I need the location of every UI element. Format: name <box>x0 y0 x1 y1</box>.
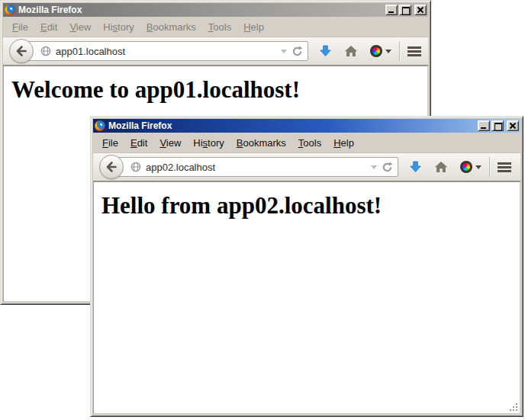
toolbar-separator <box>399 41 400 61</box>
window-controls <box>478 120 519 131</box>
colorzilla-icon <box>460 161 472 173</box>
url-input[interactable]: app01.localhost <box>56 46 276 57</box>
home-icon <box>344 45 358 57</box>
title-bar[interactable]: Mozilla Firefox <box>93 119 520 133</box>
menu-item-edit[interactable]: Edit <box>40 21 57 33</box>
page-heading: Hello from app02.localhost! <box>101 192 520 220</box>
open-menu-button[interactable] <box>407 46 421 56</box>
close-button[interactable] <box>414 5 427 15</box>
title-bar[interactable]: Mozilla Firefox <box>3 3 428 17</box>
download-button[interactable] <box>409 160 422 174</box>
url-input[interactable]: app02.localhost <box>146 162 366 173</box>
menu-item-file[interactable]: File <box>12 21 28 33</box>
reload-icon[interactable] <box>291 46 303 57</box>
home-icon <box>434 161 448 173</box>
globe-icon[interactable] <box>40 46 51 56</box>
back-button[interactable] <box>9 39 34 63</box>
menu-item-tools[interactable]: Tools <box>208 21 231 33</box>
firefox-logo-icon <box>95 120 105 131</box>
menu-item-file[interactable]: File <box>102 137 118 149</box>
menu-item-view[interactable]: View <box>69 21 91 33</box>
reload-icon[interactable] <box>382 162 393 173</box>
menu-item-view[interactable]: View <box>159 137 181 149</box>
colorzilla-icon <box>370 45 382 57</box>
open-menu-button[interactable] <box>498 162 511 172</box>
firefox-logo-icon <box>5 5 15 15</box>
hamburger-icon <box>498 162 511 172</box>
globe-icon[interactable] <box>130 162 141 172</box>
back-button[interactable] <box>99 155 124 179</box>
page-content: Hello from app02.localhost! <box>93 181 520 414</box>
colorzilla-button[interactable] <box>370 45 391 57</box>
arrow-left-icon <box>105 160 118 174</box>
navigation-toolbar: app01.localhost <box>3 37 428 66</box>
url-bar[interactable]: app01.localhost <box>21 41 308 61</box>
window-controls <box>385 5 427 15</box>
menu-item-edit[interactable]: Edit <box>130 137 147 149</box>
menu-item-bookmarks[interactable]: Bookmarks <box>237 137 286 149</box>
menu-item-bookmarks[interactable]: Bookmarks <box>147 21 196 33</box>
colorzilla-dropdown-icon[interactable] <box>475 165 482 169</box>
urlbar-dropdown-icon[interactable] <box>371 165 377 169</box>
resize-grip-icon[interactable] <box>507 401 517 411</box>
menu-item-help[interactable]: Help <box>333 137 354 149</box>
hamburger-icon <box>407 46 421 56</box>
download-arrow-icon <box>319 44 332 58</box>
page-heading: Welcome to app01.localhost! <box>11 76 427 104</box>
arrow-left-icon <box>14 44 28 58</box>
maximize-button[interactable] <box>399 5 411 15</box>
menu-bar: FileEditViewHistoryBookmarksToolsHelp <box>3 17 428 37</box>
home-button[interactable] <box>344 45 358 57</box>
download-arrow-icon <box>409 160 422 174</box>
browser-window-app02: Mozilla Firefox FileEditViewHistoryBookm… <box>90 116 523 417</box>
menu-item-tools[interactable]: Tools <box>298 137 321 149</box>
maximize-button[interactable] <box>491 120 504 131</box>
window-title: Mozilla Firefox <box>108 119 475 133</box>
window-title: Mozilla Firefox <box>18 3 382 17</box>
colorzilla-button[interactable] <box>460 161 482 173</box>
home-button[interactable] <box>434 161 448 173</box>
navigation-toolbar: app02.localhost <box>93 152 520 181</box>
colorzilla-dropdown-icon[interactable] <box>385 50 391 53</box>
minimize-button[interactable] <box>478 120 490 131</box>
toolbar-separator <box>489 157 490 177</box>
close-button[interactable] <box>507 120 519 131</box>
menu-item-history[interactable]: History <box>193 137 224 149</box>
menu-bar: FileEditViewHistoryBookmarksToolsHelp <box>93 133 520 152</box>
urlbar-dropdown-icon[interactable] <box>281 50 287 53</box>
menu-item-history[interactable]: History <box>103 21 134 33</box>
download-button[interactable] <box>319 44 332 58</box>
menu-item-help[interactable]: Help <box>243 21 264 33</box>
url-bar[interactable]: app02.localhost <box>111 157 398 177</box>
minimize-button[interactable] <box>385 5 398 15</box>
